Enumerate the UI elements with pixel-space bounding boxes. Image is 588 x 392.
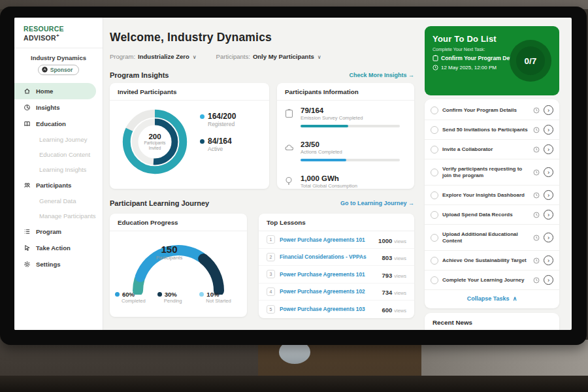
survey-label: Emission Survey Completed xyxy=(301,115,400,121)
active-value: 84/164 xyxy=(208,137,232,146)
sponsor-badge-label: Sponsor xyxy=(50,67,73,73)
lesson-link[interactable]: Power Purchase Agreements 101 xyxy=(280,237,374,243)
todo-item[interactable]: Upload Additional Educational Content › xyxy=(425,225,559,251)
top-lessons-card: Top Lessons 1 Power Purchase Agreements … xyxy=(259,214,414,318)
participants-information-card: Participants Information 79/164 Emission… xyxy=(277,83,414,189)
todo-checkbox[interactable] xyxy=(431,191,438,199)
sidebar-item-settings[interactable]: Settings xyxy=(14,256,103,272)
todo-checkbox[interactable] xyxy=(431,257,438,265)
todo-item[interactable]: Upload Spend Data Records › xyxy=(425,205,559,225)
todo-item[interactable]: Explore Your Insights Dashboard › xyxy=(425,186,559,205)
education-progress-title: Education Progress xyxy=(110,214,247,231)
todo-checkbox[interactable] xyxy=(431,106,438,114)
actions-progress-fill xyxy=(301,159,346,161)
arrow-right-icon: → xyxy=(408,200,414,206)
sidebar-item-insights[interactable]: Insights xyxy=(14,99,103,116)
sidebar-item-education-content[interactable]: Education Content xyxy=(14,147,103,162)
program-insights-title: Program Insights xyxy=(110,71,169,79)
pending-label: Pending xyxy=(164,298,200,304)
sidebar-item-learning-journey[interactable]: Learning Journey xyxy=(14,132,103,147)
lesson-row: 1 Power Purchase Agreements 101 1000view… xyxy=(259,231,414,249)
actions-progress-track xyxy=(301,159,400,161)
todo-go-button[interactable]: › xyxy=(544,125,553,135)
participants-filter-label: Participants: xyxy=(216,53,250,60)
education-icon xyxy=(24,120,31,127)
lesson-views: 734 xyxy=(382,289,392,296)
todo-item[interactable]: Invite a Collaborator › xyxy=(425,140,559,159)
lesson-views: 803 xyxy=(382,254,392,261)
program-filter[interactable]: Program:Industrialize Zero∨ xyxy=(110,53,197,60)
todo-go-button[interactable]: › xyxy=(544,210,553,220)
todo-go-button[interactable]: › xyxy=(544,233,553,242)
sidebar-item-general-data[interactable]: General Data xyxy=(14,193,103,208)
gauge-legend: 60% Completed 30% Pending 10% Not Starte… xyxy=(115,291,242,304)
collapse-tasks-link[interactable]: Collapse Tasks ∧ xyxy=(425,290,559,307)
todo-item[interactable]: Achieve One Sustainability Target › xyxy=(425,251,559,270)
photo-scene: RESOURCE ADVISOR+ Industry Dynamics Spon… xyxy=(0,0,588,392)
todo-checkbox[interactable] xyxy=(431,146,438,154)
gauge-center-label: 150 Participants xyxy=(110,244,229,261)
lesson-views-suffix: views xyxy=(394,238,406,244)
todo-item[interactable]: Verify participants requesting to join t… xyxy=(425,159,559,186)
lesson-rank: 1 xyxy=(267,235,275,244)
program-icon xyxy=(24,228,31,235)
lesson-link[interactable]: Financial Considerations - VPPAs xyxy=(280,253,377,260)
todo-checkbox[interactable] xyxy=(431,169,438,176)
registered-dot-icon xyxy=(200,114,204,119)
survey-icon xyxy=(285,106,295,127)
survey-value: 79/164 xyxy=(301,106,400,114)
donut-legend: 164/200 Registered 84/164 Active xyxy=(200,112,236,161)
actions-label: Actions Completed xyxy=(301,149,400,155)
todo-go-button[interactable]: › xyxy=(544,190,553,200)
sidebar-item-participants[interactable]: Participants xyxy=(14,177,103,193)
clock-icon xyxy=(533,107,540,114)
completed-pct: 60% xyxy=(122,291,135,298)
lesson-row: 5 Power Purchase Agreements 103 600views xyxy=(259,301,414,318)
chevron-down-icon[interactable]: ∨ xyxy=(318,54,321,60)
monitor-bezel: RESOURCE ADVISOR+ Industry Dynamics Spon… xyxy=(0,7,587,345)
invited-donut-chart: 200 Participants Invited xyxy=(116,103,193,183)
participants-filter[interactable]: Participants:Only My Participants∨ xyxy=(216,53,321,60)
todo-go-button[interactable]: › xyxy=(544,144,553,154)
todo-item[interactable]: Confirm Your Program Details › xyxy=(425,101,559,120)
todo-item-label: Upload Additional Educational Content xyxy=(442,231,529,244)
survey-progress-track xyxy=(301,125,400,127)
todo-go-button[interactable]: › xyxy=(544,167,553,177)
sidebar-item-manage-participants[interactable]: Manage Participants xyxy=(14,208,103,223)
sidebar-item-learning-insights[interactable]: Learning Insights xyxy=(14,162,103,177)
todo-item-label: Invite a Collaborator xyxy=(442,146,529,153)
legend-not-started: 10% Not Started xyxy=(199,291,242,304)
lesson-rank: 2 xyxy=(267,253,275,261)
lesson-views: 793 xyxy=(382,272,392,279)
lesson-link[interactable]: Power Purchase Agreements 103 xyxy=(280,306,377,312)
todo-go-button[interactable]: › xyxy=(544,105,553,115)
sidebar-item-program[interactable]: Program xyxy=(14,223,103,240)
todo-go-button[interactable]: › xyxy=(544,255,553,265)
program-filter-value: Industrialize Zero xyxy=(138,53,189,60)
lesson-link[interactable]: Power Purchase Agreements 101 xyxy=(280,271,377,278)
consumption-value: 1,000 GWh xyxy=(301,174,357,182)
chevron-down-icon[interactable]: ∨ xyxy=(193,54,197,60)
sidebar-item-education[interactable]: Education xyxy=(14,116,103,132)
todo-item[interactable]: Send 50 Invitations to Participants › xyxy=(425,120,559,140)
todo-checkbox[interactable] xyxy=(431,234,438,242)
sidebar-item-home[interactable]: Home xyxy=(14,83,96,99)
lesson-views: 600 xyxy=(382,306,392,314)
logo-plus: + xyxy=(56,33,59,39)
desk-edge xyxy=(0,376,588,392)
registered-label: Registered xyxy=(208,121,236,127)
lesson-link[interactable]: Power Purchase Agreements 102 xyxy=(280,288,377,295)
sidebar-item-take-action[interactable]: Take Action xyxy=(14,240,103,256)
todo-checkbox[interactable] xyxy=(431,211,438,219)
todo-go-button[interactable]: › xyxy=(544,275,553,285)
todo-checkbox[interactable] xyxy=(431,126,438,134)
clock-icon xyxy=(533,192,540,199)
emission-survey-stat: 79/164 Emission Survey Completed xyxy=(285,106,406,127)
todo-progress-ring: 0/7 xyxy=(510,40,551,82)
todo-item[interactable]: Complete Your Learning Journey › xyxy=(425,270,559,290)
clock-icon xyxy=(533,169,540,176)
active-label: Active xyxy=(208,146,236,152)
todo-checkbox[interactable] xyxy=(431,276,438,284)
check-more-insights-link[interactable]: Check More Insights → xyxy=(349,72,414,78)
go-to-learning-journey-link[interactable]: Go to Learning Journey → xyxy=(340,200,414,206)
